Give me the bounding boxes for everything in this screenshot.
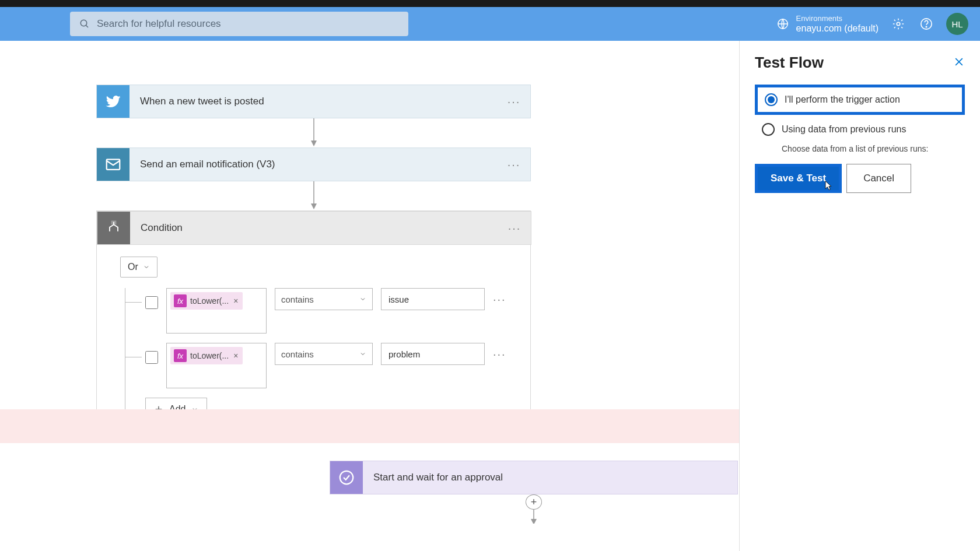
svg-rect-11 [112, 221, 116, 224]
test-option-sublabel: Choose data from a list of previous runs… [782, 144, 965, 153]
environment-label: Environments [796, 14, 878, 23]
row-menu[interactable]: ··· [493, 293, 506, 306]
cursor-icon [822, 178, 834, 192]
left-operand-box[interactable]: fx toLower(... × [166, 343, 267, 388]
row-menu[interactable]: ··· [493, 348, 506, 361]
approval-icon [330, 461, 363, 494]
left-operand-box[interactable]: fx toLower(... × [166, 288, 267, 334]
if-yes-branch: Start and wait for an approval + [330, 461, 738, 524]
svg-line-1 [86, 25, 88, 27]
app-header: Environments enayu.com (default) HL [0, 7, 980, 41]
save-and-test-label: Save & Test [771, 173, 826, 184]
operator-value: contains [281, 349, 314, 359]
help-icon [920, 17, 933, 30]
email-icon [97, 148, 130, 181]
email-action-menu[interactable]: ··· [498, 158, 530, 171]
connector-arrow [528, 510, 540, 524]
search-box[interactable] [70, 12, 408, 36]
radio-button[interactable] [762, 123, 775, 136]
search-input[interactable] [97, 18, 399, 30]
approval-card[interactable]: Start and wait for an approval [330, 461, 738, 494]
row-checkbox[interactable] [145, 351, 158, 364]
condition-icon [97, 212, 130, 244]
settings-button[interactable] [890, 16, 907, 32]
email-action-card[interactable]: Send an email notification (V3) ··· [96, 148, 531, 181]
connector-arrow [308, 118, 320, 148]
remove-token-button[interactable]: × [232, 351, 239, 360]
twitter-icon [97, 85, 130, 118]
approval-title: Start and wait for an approval [363, 472, 737, 483]
svg-point-14 [340, 471, 354, 485]
condition-row: fx toLower(... × contains ··· [125, 343, 507, 388]
environment-picker[interactable]: Environments enayu.com (default) [776, 14, 878, 34]
value-input[interactable] [381, 288, 485, 310]
help-button[interactable] [918, 16, 935, 32]
svg-marker-16 [531, 519, 537, 524]
group-operator-label: Or [128, 262, 138, 272]
radio-button[interactable] [765, 93, 778, 106]
row-checkbox[interactable] [145, 296, 158, 309]
connector-arrow [308, 181, 320, 210]
environment-icon [776, 17, 789, 30]
fx-icon: fx [174, 294, 187, 307]
cancel-button[interactable]: Cancel [846, 164, 911, 193]
add-step-button[interactable]: + [526, 494, 542, 510]
trigger-menu[interactable]: ··· [498, 95, 530, 108]
expression-token[interactable]: fx toLower(... × [170, 292, 243, 310]
condition-menu[interactable]: ··· [498, 222, 531, 235]
svg-point-3 [897, 22, 900, 26]
test-option-label: Using data from previous runs [782, 124, 906, 135]
condition-card: Condition ··· Or fx toLower(... [96, 210, 531, 436]
test-flow-panel: Test Flow I'll perform the trigger actio… [739, 41, 980, 551]
svg-point-5 [926, 26, 926, 27]
trigger-title: When a new tweet is posted [130, 96, 498, 107]
remove-token-button[interactable]: × [232, 296, 239, 306]
fx-icon: fx [174, 349, 187, 362]
test-option-label: I'll perform the trigger action [785, 94, 900, 105]
close-icon [953, 56, 965, 68]
browser-chrome-strip [0, 0, 980, 7]
environment-name: enayu.com (default) [796, 23, 878, 34]
group-operator-dropdown[interactable]: Or [120, 257, 158, 278]
email-action-title: Send an email notification (V3) [130, 159, 498, 170]
value-input[interactable] [381, 343, 485, 365]
svg-marker-7 [311, 141, 317, 146]
cancel-label: Cancel [863, 173, 894, 184]
condition-header[interactable]: Condition ··· [97, 211, 531, 245]
chevron-down-icon [359, 296, 366, 303]
operator-dropdown[interactable]: contains [275, 288, 373, 310]
expression-token[interactable]: fx toLower(... × [170, 347, 243, 364]
operator-dropdown[interactable]: contains [275, 343, 373, 365]
test-option-previous[interactable]: Using data from previous runs [755, 117, 965, 142]
close-panel-button[interactable] [953, 55, 965, 71]
token-text: toLower(... [190, 296, 229, 306]
trigger-card[interactable]: When a new tweet is posted ··· [96, 85, 531, 118]
operator-value: contains [281, 294, 314, 304]
chevron-down-icon [143, 264, 150, 271]
condition-title: Condition [130, 222, 498, 234]
panel-title: Test Flow [755, 54, 824, 72]
token-text: toLower(... [190, 351, 229, 360]
test-option-manual[interactable]: I'll perform the trigger action [755, 85, 965, 115]
svg-point-0 [80, 20, 87, 26]
chevron-down-icon [359, 350, 366, 357]
gear-icon [892, 17, 905, 30]
user-avatar[interactable]: HL [946, 13, 968, 35]
condition-row: fx toLower(... × contains ··· [125, 288, 507, 334]
search-icon [79, 19, 90, 29]
svg-marker-10 [311, 203, 317, 209]
save-and-test-button[interactable]: Save & Test [755, 164, 842, 193]
